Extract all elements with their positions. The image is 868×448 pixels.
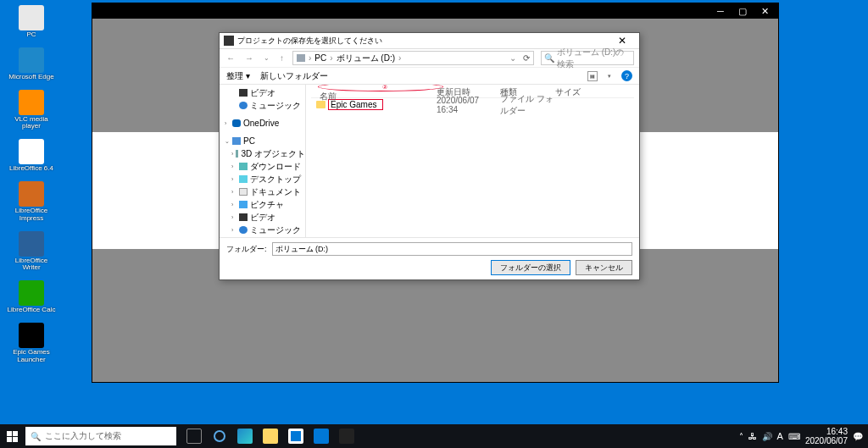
desktop-icon-edge[interactable]: Microsoft Edge <box>4 46 58 83</box>
desktop-icon-vlc[interactable]: VLC media player <box>4 88 58 133</box>
epic-icon <box>19 323 44 348</box>
chevron-icon: › <box>231 189 236 195</box>
help-button[interactable]: ? <box>621 70 632 81</box>
tray-ime-icon[interactable]: ⌨ <box>788 432 800 441</box>
tree-icon <box>239 89 248 97</box>
col-name[interactable]: 名前 <box>320 91 337 101</box>
tray-clock[interactable]: 16:43 2020/06/07 <box>805 427 848 445</box>
nav-forward-button[interactable]: → <box>243 53 255 63</box>
desktop-icon-epic[interactable]: Epic Games Launcher <box>4 321 58 366</box>
dialog-title: プロジェクトの保存先を選択してください <box>237 36 609 47</box>
tree-icon <box>239 163 248 170</box>
mail-taskbar[interactable] <box>309 424 334 448</box>
view-options-button[interactable]: ▤ <box>587 71 598 81</box>
tree-icon <box>239 188 248 196</box>
desktop-icon-lo[interactable]: LibreOffice 6.4 <box>4 137 58 174</box>
dialog-icon <box>224 36 234 46</box>
chevron-icon: › <box>231 163 236 169</box>
toolbar: 整理 ▾ 新しいフォルダー ▤ ▾ ? <box>220 68 639 85</box>
refresh-button[interactable]: ⟳ <box>523 53 530 63</box>
cancel-button[interactable]: キャンセル <box>576 260 632 275</box>
breadcrumb[interactable]: › PC › ボリューム (D:) › ⌄ ⟳ <box>292 51 534 65</box>
search-input[interactable]: 🔍 ボリューム (D:)の検索 <box>541 51 634 65</box>
drive-icon <box>297 54 305 62</box>
task-view-button[interactable] <box>181 424 207 448</box>
edge-taskbar[interactable] <box>232 424 258 448</box>
chevron-icon: › <box>231 151 233 157</box>
tree-node[interactable]: ›OneDrive <box>220 117 305 130</box>
tree-node[interactable]: ›ビデオ <box>220 211 305 224</box>
nav-tree: ビデオミュージック›OneDrive⌄PC›3D オブジェクト›ダウンロード›デ… <box>220 85 306 237</box>
store-taskbar[interactable] <box>283 424 309 448</box>
folder-label: フォルダー: <box>226 244 267 255</box>
maximize-button[interactable]: ▢ <box>737 6 748 16</box>
tree-node[interactable]: ビデオ <box>220 86 305 99</box>
nav-up-button[interactable]: ↑ <box>278 53 286 63</box>
desktop-icons: PCMicrosoft EdgeVLC media playerLibreOff… <box>4 3 58 366</box>
tray-network-icon[interactable]: 🖧 <box>748 432 757 441</box>
window-titlebar: ─ ▢ ✕ <box>92 3 778 19</box>
close-button[interactable]: ✕ <box>760 6 770 16</box>
edge-icon <box>19 47 44 73</box>
annotation-2: ② <box>318 85 443 91</box>
search-icon: 🔍 <box>544 53 554 63</box>
tree-node[interactable]: ›ミュージック <box>220 224 305 236</box>
minimize-button[interactable]: ─ <box>715 6 726 16</box>
notifications-button[interactable]: 💬 <box>853 432 863 441</box>
tree-node[interactable]: ›ドキュメント <box>220 185 305 198</box>
vlc-icon <box>19 90 44 115</box>
chevron-icon: ⌄ <box>225 138 230 145</box>
col-size[interactable]: サイズ <box>555 86 598 98</box>
desktop-icon-writer[interactable]: LibreOffice Writer <box>4 230 58 274</box>
cortana-button[interactable] <box>207 424 232 448</box>
tree-node[interactable]: ›3D オブジェクト <box>220 147 305 160</box>
folder-input[interactable] <box>272 242 632 256</box>
tray-chevron[interactable]: ˄ <box>739 432 743 441</box>
tree-icon <box>239 213 248 221</box>
desktop-icon-impress[interactable]: LibreOffice Impress <box>4 180 58 224</box>
tray-ime[interactable]: A <box>777 431 783 441</box>
organize-menu[interactable]: 整理 ▾ <box>226 70 250 82</box>
nav-row: ← → ⌄ ↑ › PC › ボリューム (D:) › ⌄ ⟳ 🔍 ボリューム … <box>220 49 639 68</box>
epic-taskbar[interactable] <box>334 424 359 448</box>
explorer-taskbar[interactable] <box>258 424 283 448</box>
tree-node[interactable]: ⌄PC <box>220 135 305 147</box>
tree-icon <box>232 119 241 127</box>
tree-node[interactable]: ›ピクチャ <box>220 198 305 211</box>
system-tray: ˄ 🖧 🔊 A ⌨ 16:43 2020/06/07 💬 <box>739 427 868 445</box>
taskbar-pinned <box>181 424 359 448</box>
breadcrumb-dropdown[interactable]: ⌄ <box>509 53 516 63</box>
tree-icon <box>239 226 248 234</box>
tree-node[interactable]: ›ダウンロード <box>220 160 305 173</box>
file-list: ② 名前 更新日時 種類 サイズ Epic Games 2020/06/07 1… <box>306 85 639 237</box>
nav-back-button[interactable]: ← <box>225 53 236 63</box>
writer-icon <box>19 231 44 257</box>
desktop-icon-calc[interactable]: LibreOffice Calc <box>4 279 58 316</box>
folder-select-dialog: プロジェクトの保存先を選択してください ✕ ← → ⌄ ↑ › PC › ボリュ… <box>219 32 640 280</box>
tree-icon <box>239 175 248 183</box>
dialog-footer: フォルダー: フォルダーの選択 キャンセル <box>220 237 639 279</box>
tree-node[interactable]: ›ローカル ディスク (C:) <box>220 236 305 237</box>
pc-icon <box>19 5 44 30</box>
chevron-icon: › <box>231 202 236 207</box>
tree-node[interactable]: ミュージック <box>220 99 305 112</box>
calc-icon <box>19 280 44 306</box>
tree-icon <box>236 150 238 158</box>
chevron-icon: › <box>231 214 236 220</box>
lo-icon <box>19 139 44 164</box>
tray-volume-icon[interactable]: 🔊 <box>762 432 772 441</box>
new-folder-button[interactable]: 新しいフォルダー <box>260 70 328 82</box>
desktop-icon-pc[interactable]: PC <box>4 3 58 41</box>
tree-node[interactable]: ›デスクトップ <box>220 173 305 185</box>
taskbar: 🔍 ここに入力して検索 ˄ 🖧 🔊 A ⌨ 16:43 2020/06/07 💬 <box>0 424 868 448</box>
select-folder-button[interactable]: フォルダーの選択 <box>491 260 570 275</box>
nav-recent-button[interactable]: ⌄ <box>262 54 271 62</box>
chevron-icon: › <box>225 120 230 126</box>
dialog-close-button[interactable]: ✕ <box>609 35 635 47</box>
start-button[interactable] <box>0 424 24 448</box>
chevron-icon: › <box>231 227 236 233</box>
search-icon: 🔍 <box>31 432 41 441</box>
tree-icon <box>232 137 241 145</box>
tree-icon <box>239 201 248 208</box>
taskbar-search[interactable]: 🔍 ここに入力して検索 <box>25 427 176 445</box>
